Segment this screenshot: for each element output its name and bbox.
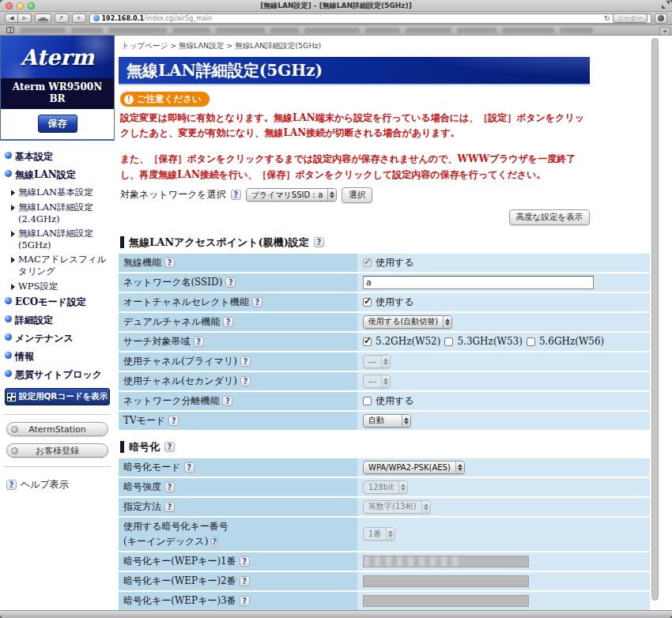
select-button[interactable]: 選択: [342, 187, 372, 203]
help-icon[interactable]: ?: [240, 376, 251, 386]
arrow-icon: [11, 257, 15, 263]
browser-window: [無線LAN設定] - [無線LAN詳細設定(5GHz)] ◀ ▶ ↱ + 19…: [0, 0, 672, 618]
network-separation-checkbox[interactable]: [363, 397, 372, 405]
scrollbar-thumb[interactable]: [651, 38, 659, 601]
main-content: トップページ > 無線LAN設定 > 無線LAN詳細設定(5GHz) 無線LAN…: [115, 36, 672, 610]
qr-icon: [7, 393, 16, 401]
forward-button[interactable]: ▶: [18, 13, 31, 23]
network-select-dropdown[interactable]: プライマリSSID：a: [246, 188, 338, 202]
breadcrumb[interactable]: トップページ > 無線LAN設定 > 無線LAN詳細設定(5GHz): [119, 36, 672, 51]
url-host: 192.168.0.1: [102, 15, 145, 22]
url-text: 192.168.0.1/index.cgi/air5g_main: [102, 15, 213, 22]
help-icon[interactable]: ?: [164, 482, 175, 492]
sidebar-item-wlan-detail-24ghz[interactable]: 無線LAN詳細設定(2.4GHz): [11, 202, 111, 224]
help-icon[interactable]: ?: [252, 297, 262, 307]
dual-channel-dropdown[interactable]: 使用する(自動切替): [363, 315, 452, 329]
help-icon[interactable]: ?: [164, 258, 175, 268]
address-bar[interactable]: 192.168.0.1/index.cgi/air5g_main ↻ リーダー: [89, 13, 651, 24]
help-icon[interactable]: ?: [211, 537, 217, 547]
save-area: 保存: [1, 109, 114, 139]
sidebar-item-wps[interactable]: WPS設定: [11, 281, 111, 292]
help-icon[interactable]: ?: [194, 337, 204, 347]
help-icon[interactable]: ?: [168, 416, 179, 426]
table-row: 暗号化キー(WEPキー)2番?: [119, 572, 650, 590]
table-row: オートチャネルセレクト機能? 使用する: [119, 293, 650, 311]
bookmark-item-blurred[interactable]: [560, 28, 593, 33]
share-button[interactable]: ↱: [55, 13, 69, 23]
bullet-icon: [5, 297, 12, 304]
back-button[interactable]: ◀: [5, 13, 18, 23]
sidebar-item-wlan-settings[interactable]: 無線LAN設定: [5, 168, 111, 182]
add-button[interactable]: +: [72, 13, 86, 23]
wireless-enabled-checkbox: [363, 258, 372, 267]
help-icon[interactable]: ?: [240, 576, 250, 586]
refresh-icon[interactable]: ↻: [604, 14, 610, 22]
encryption-mode-dropdown[interactable]: WPA/WPA2-PSK(AES): [363, 461, 465, 474]
sidebar-item-info[interactable]: 情報: [5, 350, 111, 364]
band-w53-checkbox[interactable]: [444, 337, 453, 346]
key-index-dropdown: 1番: [363, 527, 395, 541]
auto-channel-checkbox[interactable]: [363, 298, 372, 307]
sidebar-item-mac-filtering[interactable]: MACアドレスフィルタリング: [11, 254, 111, 277]
bookmark-item-blurred[interactable]: [304, 28, 360, 33]
help-icon[interactable]: ?: [240, 556, 250, 567]
popup-arrows-icon: [398, 481, 407, 493]
tv-mode-dropdown[interactable]: 自動: [363, 414, 411, 428]
section-bar: [120, 441, 124, 453]
help-icon[interactable]: ?: [223, 317, 233, 327]
save-button[interactable]: 保存: [38, 115, 77, 133]
section-header-encryption: 暗号化 ?: [120, 440, 672, 454]
band-w56-checkbox[interactable]: [527, 337, 535, 346]
reader-button[interactable]: リーダー: [613, 13, 647, 23]
help-icon[interactable]: ?: [222, 396, 232, 406]
help-icon[interactable]: ?: [225, 277, 236, 288]
help-icon[interactable]: ?: [164, 502, 175, 512]
help-icon[interactable]: ?: [231, 190, 241, 200]
help-display-link[interactable]: ?ヘルプ表示: [6, 478, 115, 492]
model-line2: BR: [2, 93, 112, 105]
bookmarks-icon[interactable]: [6, 27, 14, 33]
sidebar-item-basic-settings[interactable]: 基本設定: [5, 150, 111, 164]
arrow-icon: [11, 231, 15, 237]
sidebar-item-wlan-detail-5ghz[interactable]: 無線LAN詳細設定(5GHz): [11, 228, 111, 251]
band-w52-checkbox[interactable]: [363, 337, 372, 346]
top-sites-button[interactable]: [35, 13, 51, 23]
sidebar-item-wlan-basic[interactable]: 無線LAN基本設定: [11, 187, 111, 198]
cloud-icon: [40, 17, 47, 21]
table-row: 使用チャネル(プライマリ)? ―: [119, 352, 650, 371]
help-icon[interactable]: ?: [240, 596, 250, 606]
sidebar-item-site-block[interactable]: 悪質サイトブロック: [5, 368, 111, 382]
sidebar-item-eco-mode[interactable]: ECOモード設定: [5, 296, 111, 309]
help-icon[interactable]: ?: [184, 462, 194, 473]
bookmark-item-blurred[interactable]: [71, 28, 103, 33]
bookmark-item-blurred[interactable]: [406, 28, 451, 33]
new-tab-button[interactable]: +: [659, 27, 670, 35]
bookmark-item-blurred[interactable]: [216, 28, 265, 33]
resize-icon[interactable]: [662, 1, 670, 9]
ssid-input[interactable]: [363, 276, 594, 289]
notice-badge: ! ご注意ください: [120, 92, 210, 107]
alert-icon: !: [124, 95, 134, 104]
help-icon[interactable]: ?: [314, 237, 324, 247]
bookmark-item-blurred[interactable]: [365, 28, 400, 33]
downloads-button[interactable]: [655, 13, 667, 24]
qr-code-button[interactable]: 設定用QRコードを表示: [5, 388, 110, 405]
bookmark-item-blurred[interactable]: [20, 28, 66, 33]
bookmark-item-blurred[interactable]: [457, 28, 496, 33]
popup-arrows-icon: [327, 189, 336, 201]
bookmark-item-blurred[interactable]: [108, 28, 167, 33]
advanced-settings-button[interactable]: 高度な設定を表示: [509, 209, 591, 225]
bookmark-item-blurred[interactable]: [270, 28, 299, 33]
help-icon[interactable]: ?: [164, 442, 175, 452]
aterm-station-button[interactable]: AtermStation: [6, 422, 108, 436]
customer-registration-button[interactable]: お客様登録: [6, 443, 108, 458]
vertical-scrollbar: [650, 36, 661, 610]
sidebar-item-detail-settings[interactable]: 詳細設定: [5, 314, 111, 327]
bookmark-item-blurred[interactable]: [502, 28, 554, 33]
table-row: TVモード? 自動: [119, 412, 650, 430]
help-icon[interactable]: ?: [240, 356, 251, 367]
advanced-row: 高度な設定を表示: [119, 209, 590, 225]
table-row: 指定方法? 英数字(13桁): [119, 498, 650, 516]
bookmark-item-blurred[interactable]: [172, 28, 210, 33]
sidebar-item-maintenance[interactable]: メンテナンス: [5, 332, 111, 345]
